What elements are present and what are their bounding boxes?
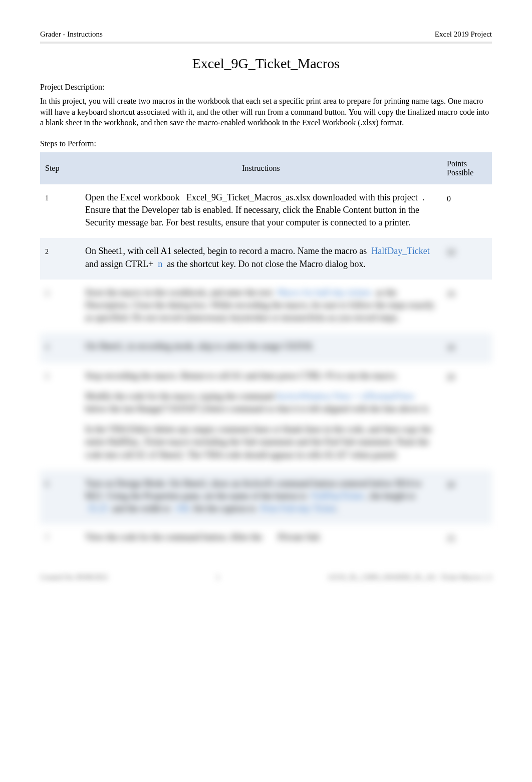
footer-center: 1	[216, 574, 220, 582]
project-description-text: In this project, you will create two mac…	[40, 96, 492, 128]
step-points: 15	[442, 524, 492, 553]
step-points: 10	[442, 238, 492, 279]
instr-highlight: Macro for half-day tickets	[277, 288, 371, 298]
step-instructions: Open the Excel workbook Excel_9G_Ticket_…	[80, 184, 442, 238]
instr-text: and the width to	[110, 503, 173, 513]
instr-text: . Set the caption to	[188, 503, 258, 513]
header-left: Grader - Instructions	[40, 30, 103, 39]
table-row: 1 Open the Excel workbook Excel_9G_Ticke…	[40, 184, 492, 238]
step-instructions: On Sheet1, in recording mode, skip to se…	[80, 333, 442, 362]
step-number: 6	[40, 470, 80, 525]
step-points: 0	[442, 184, 492, 238]
steps-to-perform-label: Steps to Perform:	[40, 139, 492, 148]
instr-text: Open the Excel workbook	[85, 192, 182, 202]
step-points: 10	[442, 333, 492, 362]
table-row: 7 View the code for the command button. …	[40, 524, 492, 553]
instr-highlight: FullDayTicket	[311, 491, 363, 501]
table-row: 6 Turn on Design Mode. On Sheet1, draw a…	[40, 470, 492, 525]
step-instructions: On Sheet1, with cell A1 selected, begin …	[80, 238, 442, 279]
footer-left: Created On: 09/08/2022	[40, 574, 108, 582]
step-number: 7	[40, 524, 80, 553]
project-description-label: Project Description:	[40, 83, 492, 92]
instr-text: , the height to	[366, 491, 415, 501]
step-number: 4	[40, 333, 80, 362]
instr-text: below the last Range("C8:D18").Select co…	[85, 404, 430, 414]
steps-table: Step Instructions Points Possible 1 Open…	[40, 152, 492, 554]
col-header-instructions: Instructions	[80, 152, 442, 184]
instr-highlight: ActiveWindow.View = xlNormalView	[276, 391, 415, 401]
instr-filename: Excel_9G_Ticket_Macros_as.xlsx	[186, 192, 311, 202]
step-number: 2	[40, 238, 80, 279]
step-instructions: Store the macro in this workbook, and en…	[80, 280, 442, 334]
step-number: 3	[40, 280, 80, 334]
header-right: Excel 2019 Project	[435, 30, 492, 39]
instr-text: On Sheet1, with cell A1 selected, begin …	[85, 246, 369, 256]
instr-text: Private Sub	[278, 532, 320, 542]
instr-text: .	[336, 503, 338, 513]
instr-text: Modify the code for the macro, typing th…	[85, 391, 276, 401]
step-instructions: Stop recording the macro. Return to cell…	[80, 363, 442, 470]
step-number: 1	[40, 184, 80, 238]
step-instructions: View the code for the command button. Af…	[80, 524, 442, 553]
instr-highlight: n	[158, 259, 162, 269]
instr-highlight: 108	[175, 503, 188, 513]
instr-text: downloaded with this project	[311, 192, 418, 202]
instr-text: Store the macro in this workbook, and en…	[85, 288, 275, 298]
table-header-row: Step Instructions Points Possible	[40, 152, 492, 184]
col-header-step: Step	[40, 152, 80, 184]
table-row: 4 On Sheet1, in recording mode, skip to …	[40, 333, 492, 362]
footer-right: GO19_XL_CH09_GRADER_9G_AS - Ticket Macro…	[328, 574, 492, 582]
document-title: Excel_9G_Ticket_Macros	[40, 56, 492, 72]
instr-highlight: Print Full-day Ticket	[260, 503, 336, 513]
step-instructions: Turn on Design Mode. On Sheet1, draw an …	[80, 470, 442, 525]
step-points: 10	[442, 280, 492, 334]
step-number: 5	[40, 363, 80, 470]
page-footer: Created On: 09/08/2022 1 GO19_XL_CH09_GR…	[40, 574, 492, 582]
table-row: 2 On Sheet1, with cell A1 selected, begi…	[40, 238, 492, 279]
col-header-points: Points Possible	[442, 152, 492, 184]
instr-text: On Sheet1, in recording mode, skip to se…	[85, 341, 314, 351]
step-points: 20	[442, 470, 492, 525]
instr-text: Stop recording the macro. Return to cell…	[85, 371, 398, 381]
instr-text: as the shortcut key. Do not close the Ma…	[165, 259, 366, 269]
instr-highlight: 35.25	[88, 503, 108, 513]
header-bar: Grader - Instructions Excel 2019 Project	[40, 30, 492, 44]
table-row: 5 Stop recording the macro. Return to ce…	[40, 363, 492, 470]
step-points: 20	[442, 363, 492, 470]
table-row: 3 Store the macro in this workbook, and …	[40, 280, 492, 334]
instr-text: and assign CTRL+	[85, 259, 156, 269]
instr-text: In the VBA Editor delete any empty comme…	[85, 424, 432, 459]
instr-text: View the code for the command button. Af…	[85, 532, 264, 542]
instr-highlight: HalfDay_Ticket	[371, 246, 429, 256]
